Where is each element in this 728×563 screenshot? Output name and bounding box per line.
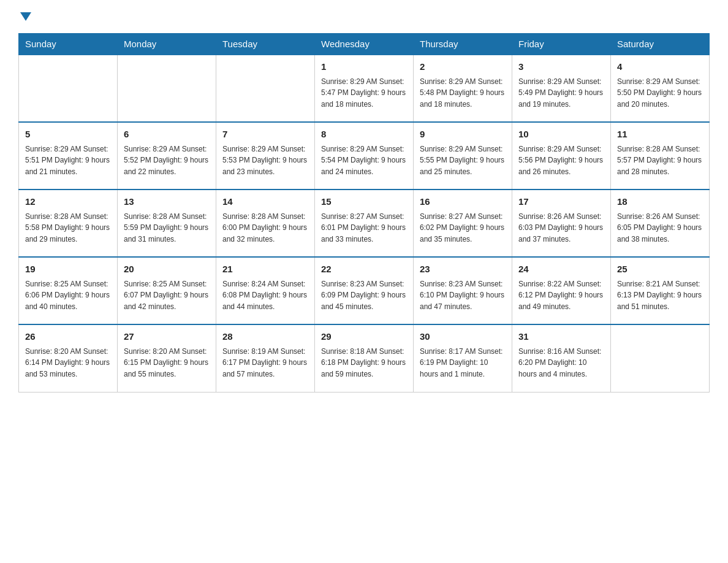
day-info: Sunrise: 8:20 AM Sunset: 6:15 PM Dayligh… <box>124 346 210 380</box>
table-row <box>611 324 710 392</box>
table-row: 30Sunrise: 8:17 AM Sunset: 6:19 PM Dayli… <box>414 324 512 392</box>
day-info: Sunrise: 8:19 AM Sunset: 6:17 PM Dayligh… <box>222 346 308 380</box>
day-info: Sunrise: 8:24 AM Sunset: 6:08 PM Dayligh… <box>222 278 308 313</box>
table-row: 29Sunrise: 8:18 AM Sunset: 6:18 PM Dayli… <box>315 324 414 392</box>
col-header-friday: Friday <box>512 34 611 55</box>
day-number: 26 <box>25 330 111 344</box>
day-info: Sunrise: 8:17 AM Sunset: 6:19 PM Dayligh… <box>420 346 506 380</box>
day-info: Sunrise: 8:23 AM Sunset: 6:09 PM Dayligh… <box>321 278 407 313</box>
table-row: 12Sunrise: 8:28 AM Sunset: 5:58 PM Dayli… <box>19 190 118 257</box>
day-info: Sunrise: 8:20 AM Sunset: 6:14 PM Dayligh… <box>25 346 111 380</box>
day-info: Sunrise: 8:29 AM Sunset: 5:47 PM Dayligh… <box>321 76 407 110</box>
day-number: 12 <box>25 195 111 209</box>
day-info: Sunrise: 8:21 AM Sunset: 6:13 PM Dayligh… <box>617 278 703 313</box>
calendar-week-4: 19Sunrise: 8:25 AM Sunset: 6:06 PM Dayli… <box>19 257 710 324</box>
day-number: 23 <box>420 262 506 277</box>
table-row: 4Sunrise: 8:29 AM Sunset: 5:50 PM Daylig… <box>611 55 710 122</box>
table-row: 10Sunrise: 8:29 AM Sunset: 5:56 PM Dayli… <box>512 122 611 190</box>
day-info: Sunrise: 8:29 AM Sunset: 5:50 PM Dayligh… <box>617 76 703 110</box>
day-number: 9 <box>420 128 506 142</box>
day-info: Sunrise: 8:25 AM Sunset: 6:06 PM Dayligh… <box>25 278 111 313</box>
day-info: Sunrise: 8:28 AM Sunset: 5:57 PM Dayligh… <box>617 144 703 178</box>
day-info: Sunrise: 8:29 AM Sunset: 5:56 PM Dayligh… <box>518 144 604 178</box>
calendar-week-3: 12Sunrise: 8:28 AM Sunset: 5:58 PM Dayli… <box>19 190 710 257</box>
table-row: 27Sunrise: 8:20 AM Sunset: 6:15 PM Dayli… <box>118 324 216 392</box>
day-info: Sunrise: 8:18 AM Sunset: 6:18 PM Dayligh… <box>321 346 407 380</box>
day-number: 6 <box>124 128 210 142</box>
day-info: Sunrise: 8:27 AM Sunset: 6:02 PM Dayligh… <box>420 211 506 245</box>
day-number: 13 <box>124 195 210 209</box>
calendar-week-1: 1Sunrise: 8:29 AM Sunset: 5:47 PM Daylig… <box>19 55 710 122</box>
table-row: 8Sunrise: 8:29 AM Sunset: 5:54 PM Daylig… <box>315 122 414 190</box>
day-info: Sunrise: 8:28 AM Sunset: 5:58 PM Dayligh… <box>25 211 111 245</box>
day-number: 4 <box>617 60 703 74</box>
table-row: 19Sunrise: 8:25 AM Sunset: 6:06 PM Dayli… <box>19 257 118 324</box>
table-row: 6Sunrise: 8:29 AM Sunset: 5:52 PM Daylig… <box>118 122 216 190</box>
table-row: 26Sunrise: 8:20 AM Sunset: 6:14 PM Dayli… <box>19 324 118 392</box>
table-row: 9Sunrise: 8:29 AM Sunset: 5:55 PM Daylig… <box>414 122 512 190</box>
calendar-body: 1Sunrise: 8:29 AM Sunset: 5:47 PM Daylig… <box>19 55 710 392</box>
day-number: 16 <box>420 195 506 209</box>
table-row: 7Sunrise: 8:29 AM Sunset: 5:53 PM Daylig… <box>216 122 315 190</box>
logo <box>18 12 31 21</box>
calendar-week-5: 26Sunrise: 8:20 AM Sunset: 6:14 PM Dayli… <box>19 324 710 392</box>
table-row: 31Sunrise: 8:16 AM Sunset: 6:20 PM Dayli… <box>512 324 611 392</box>
day-info: Sunrise: 8:23 AM Sunset: 6:10 PM Dayligh… <box>420 278 506 313</box>
col-header-wednesday: Wednesday <box>315 34 414 55</box>
day-info: Sunrise: 8:27 AM Sunset: 6:01 PM Dayligh… <box>321 211 407 245</box>
table-row: 2Sunrise: 8:29 AM Sunset: 5:48 PM Daylig… <box>414 55 512 122</box>
table-row: 23Sunrise: 8:23 AM Sunset: 6:10 PM Dayli… <box>414 257 512 324</box>
table-row <box>118 55 216 122</box>
day-number: 20 <box>124 262 210 277</box>
table-row: 24Sunrise: 8:22 AM Sunset: 6:12 PM Dayli… <box>512 257 611 324</box>
calendar-week-2: 5Sunrise: 8:29 AM Sunset: 5:51 PM Daylig… <box>19 122 710 190</box>
table-row: 21Sunrise: 8:24 AM Sunset: 6:08 PM Dayli… <box>216 257 315 324</box>
day-number: 28 <box>222 330 308 344</box>
table-row: 16Sunrise: 8:27 AM Sunset: 6:02 PM Dayli… <box>414 190 512 257</box>
page-header <box>18 12 710 21</box>
day-number: 29 <box>321 330 407 344</box>
day-number: 5 <box>25 128 111 142</box>
day-number: 2 <box>420 60 506 74</box>
calendar-table: SundayMondayTuesdayWednesdayThursdayFrid… <box>18 33 710 393</box>
table-row: 17Sunrise: 8:26 AM Sunset: 6:03 PM Dayli… <box>512 190 611 257</box>
day-info: Sunrise: 8:29 AM Sunset: 5:54 PM Dayligh… <box>321 144 407 178</box>
table-row: 11Sunrise: 8:28 AM Sunset: 5:57 PM Dayli… <box>611 122 710 190</box>
col-header-monday: Monday <box>118 34 216 55</box>
day-number: 10 <box>518 128 604 142</box>
table-row: 25Sunrise: 8:21 AM Sunset: 6:13 PM Dayli… <box>611 257 710 324</box>
day-number: 14 <box>222 195 308 209</box>
table-row: 18Sunrise: 8:26 AM Sunset: 6:05 PM Dayli… <box>611 190 710 257</box>
day-number: 22 <box>321 262 407 277</box>
col-header-thursday: Thursday <box>414 34 512 55</box>
day-number: 15 <box>321 195 407 209</box>
table-row: 1Sunrise: 8:29 AM Sunset: 5:47 PM Daylig… <box>315 55 414 122</box>
day-number: 24 <box>518 262 604 277</box>
calendar-header-row: SundayMondayTuesdayWednesdayThursdayFrid… <box>19 34 710 55</box>
table-row: 13Sunrise: 8:28 AM Sunset: 5:59 PM Dayli… <box>118 190 216 257</box>
col-header-tuesday: Tuesday <box>216 34 315 55</box>
day-number: 1 <box>321 60 407 74</box>
day-info: Sunrise: 8:29 AM Sunset: 5:51 PM Dayligh… <box>25 144 111 178</box>
day-info: Sunrise: 8:28 AM Sunset: 5:59 PM Dayligh… <box>124 211 210 245</box>
day-number: 25 <box>617 262 703 277</box>
day-info: Sunrise: 8:29 AM Sunset: 5:52 PM Dayligh… <box>124 144 210 178</box>
day-info: Sunrise: 8:26 AM Sunset: 6:05 PM Dayligh… <box>617 211 703 245</box>
day-number: 7 <box>222 128 308 142</box>
day-info: Sunrise: 8:25 AM Sunset: 6:07 PM Dayligh… <box>124 278 210 313</box>
table-row: 28Sunrise: 8:19 AM Sunset: 6:17 PM Dayli… <box>216 324 315 392</box>
day-info: Sunrise: 8:22 AM Sunset: 6:12 PM Dayligh… <box>518 278 604 313</box>
day-number: 11 <box>617 128 703 142</box>
logo-triangle-icon <box>20 12 31 21</box>
day-info: Sunrise: 8:29 AM Sunset: 5:55 PM Dayligh… <box>420 144 506 178</box>
day-number: 3 <box>518 60 604 74</box>
table-row: 22Sunrise: 8:23 AM Sunset: 6:09 PM Dayli… <box>315 257 414 324</box>
day-number: 21 <box>222 262 308 277</box>
col-header-saturday: Saturday <box>611 34 710 55</box>
day-number: 30 <box>420 330 506 344</box>
day-number: 17 <box>518 195 604 209</box>
table-row <box>216 55 315 122</box>
day-number: 19 <box>25 262 111 277</box>
col-header-sunday: Sunday <box>19 34 118 55</box>
day-info: Sunrise: 8:28 AM Sunset: 6:00 PM Dayligh… <box>222 211 308 245</box>
